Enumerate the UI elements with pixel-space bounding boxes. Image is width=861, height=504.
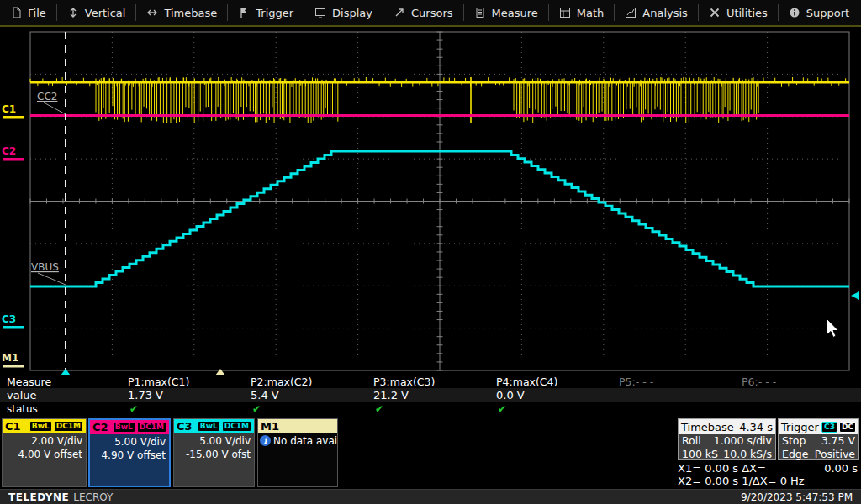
menu-label: File [28, 7, 46, 19]
channel-c1-descriptor[interactable]: C1BwLDC1M2.00 V/div4.00 V offset [2, 418, 87, 487]
left-indicator-c2[interactable]: C2 [2, 145, 16, 157]
display-icon [314, 7, 326, 18]
menu-display[interactable]: Display [304, 0, 383, 25]
menu-math[interactable]: Math [549, 0, 615, 25]
menu-bar: FileVerticalTimebaseTriggerDisplayCursor… [0, 0, 861, 27]
badge-dc1m: DC1M [222, 421, 251, 432]
channel-setting: 4.00 V offset [6, 448, 82, 461]
menu-cursors[interactable]: Cursors [383, 0, 463, 25]
trigger-level: 3.75 V [821, 434, 855, 448]
measure-p1-label[interactable]: P1:max(C1) [128, 376, 189, 388]
bottom-marker[interactable] [215, 369, 225, 375]
analysis-icon [625, 7, 637, 18]
left-indicator-c1[interactable]: C1 [2, 103, 16, 115]
channel-setting: -15.00 V ofst [177, 448, 251, 461]
cursor-x1: X1= 0.00 s ΔX= [678, 463, 766, 475]
channel-c3-descriptor[interactable]: C3BwLDC1M5.00 V/div-15.00 V ofst [173, 418, 255, 487]
measure-p4-status-check: ✔ [498, 402, 506, 417]
mouse-cursor [827, 318, 838, 338]
timebase-offset: -4.34 s [735, 421, 773, 433]
menu-label: Support [806, 7, 849, 19]
left-indicator-m1[interactable]: M1 [2, 352, 18, 364]
menu-label: Display [332, 7, 372, 19]
menu-support[interactable]: Support [779, 0, 859, 25]
measure-header-row: Measure P1:max(C1)P2:max(C2)P3:max(C3)P4… [0, 376, 861, 388]
waveform-display[interactable]: CC2VBUSC1C2C3M1 [0, 27, 861, 376]
measure-p3-label[interactable]: P3:max(C3) [373, 376, 435, 388]
channel-c2-descriptor[interactable]: C2BwLDC1M5.00 V/div4.90 V offset [88, 418, 171, 487]
menu-measure[interactable]: Measure [464, 0, 548, 25]
datetime: 9/20/2023 5:47:53 PM [741, 491, 853, 503]
cursor-readout: X1= 0.00 s ΔX= 0.00 s X2= 0.00 s 1/ΔX= 0… [678, 463, 858, 487]
menu-label: Timebase [164, 7, 217, 19]
measure-p2-status-check: ✔ [252, 402, 261, 417]
measure-p5-label[interactable]: P5:- - - [619, 376, 653, 388]
menu-utilities[interactable]: Utilities [699, 0, 778, 25]
trace-label-cc2: CC2 [37, 91, 57, 102]
measure-p2-label[interactable]: P2:max(C2) [251, 376, 312, 388]
menu-timebase[interactable]: Timebase [136, 0, 227, 25]
trigger-icon [238, 7, 250, 18]
badge-dc1m: DC1M [137, 422, 166, 433]
timebase-panel[interactable]: Timebase -4.34 s Roll 1.000 s/div 100 kS… [678, 418, 776, 460]
oscilloscope-screen: FileVerticalTimebaseTriggerDisplayCursor… [0, 0, 861, 504]
measure-p3-status-check: ✔ [375, 402, 383, 417]
status-row-label: status [7, 402, 38, 417]
cursor-x2: X2= 0.00 s 1/ΔX= 0 Hz [678, 475, 805, 488]
utilities-icon [709, 7, 721, 18]
channel-setting: 2.00 V/div [6, 434, 82, 448]
channel-id: M1 [261, 420, 279, 433]
menu-label: Measure [492, 7, 538, 19]
menu-analysis[interactable]: Analysis [615, 0, 698, 25]
channel-m1-descriptor[interactable]: M1iNo data availa [257, 418, 338, 487]
memory-status-text: No data availa [273, 435, 337, 448]
trigger-state: Stop [782, 434, 806, 448]
info-icon: i [260, 435, 271, 446]
channel-setting: 4.90 V offset [93, 449, 166, 462]
timebase-rate: 10.0 kS/s [723, 448, 772, 461]
channel-id: C2 [92, 421, 108, 433]
trace-label-vbus: VBUS [31, 261, 59, 273]
trigger-badge-c3: C3 [821, 422, 837, 433]
menu-label: Cursors [411, 7, 453, 19]
trigger-level-marker[interactable] [851, 291, 859, 300]
channel-setting: 5.00 V/div [93, 435, 166, 449]
menu-label: Analysis [642, 7, 688, 19]
trigger-badges: C3DC [821, 422, 856, 433]
vertical-icon [67, 7, 79, 18]
timebase-title: Timebase [681, 421, 734, 433]
brand-logo: TELEDYNELECROY [8, 491, 113, 503]
measure-p1-status-check: ✔ [129, 402, 138, 417]
menu-label: Vertical [85, 7, 126, 19]
timebase-mode: Roll [682, 434, 701, 448]
menu-file[interactable]: File [0, 0, 56, 25]
menu-vertical[interactable]: Vertical [57, 0, 136, 25]
menu-trigger[interactable]: Trigger [228, 0, 304, 25]
math-icon [559, 7, 571, 18]
trigger-type: Edge [782, 448, 808, 461]
menu-label: Utilities [726, 7, 768, 19]
brand-teledyne: TELEDYNE [8, 491, 69, 503]
cursor-dx: 0.00 s [824, 463, 858, 475]
channel-id: C1 [5, 420, 21, 433]
measure-p2-value: 5.4 V [251, 388, 279, 402]
bottom-marker[interactable] [61, 369, 71, 375]
brand-lecroy: LECROY [73, 491, 113, 503]
measure-p6-label[interactable]: P6:- - - [742, 376, 776, 388]
measure-status-row: status ✔✔✔✔ [0, 402, 861, 417]
measure-p1-value: 1.73 V [128, 388, 163, 402]
timebase-icon [146, 7, 158, 18]
value-row-label: value [7, 388, 37, 402]
trigger-panel[interactable]: Trigger C3DC Stop 3.75 V Edge Positive [778, 418, 859, 460]
trigger-badge-dc: DC [839, 422, 856, 433]
menu-label: Trigger [256, 7, 293, 19]
trigger-title: Trigger [781, 421, 819, 433]
badge-bwl: BwL [198, 421, 220, 432]
waveform-canvas[interactable]: CC2VBUSC1C2C3M1 [0, 27, 861, 376]
left-indicator-c3[interactable]: C3 [2, 313, 16, 325]
badge-bwl: BwL [113, 422, 135, 433]
badge-dc1m: DC1M [54, 421, 83, 432]
timebase-scale: 1.000 s/div [714, 434, 772, 448]
measure-p4-label[interactable]: P4:max(C4) [496, 376, 557, 388]
timebase-samples: 100 kS [682, 448, 718, 461]
